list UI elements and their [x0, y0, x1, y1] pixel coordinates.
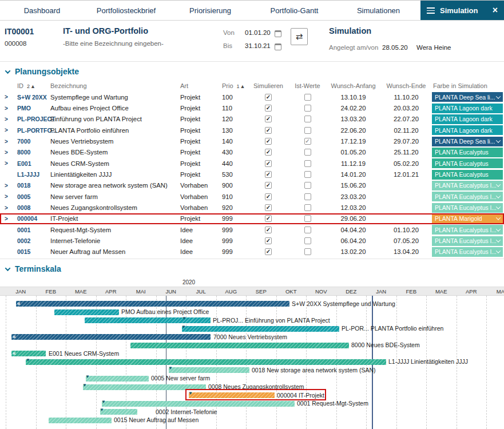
expand-arrow[interactable]: >: [5, 116, 17, 122]
simulieren-checkbox[interactable]: ✓: [265, 215, 272, 222]
gantt-bar-e001-neues-crm-system[interactable]: «: [11, 351, 46, 356]
nav-tab-dashboard[interactable]: Dashboard: [0, 1, 84, 20]
table-row-pmo[interactable]: >PMOAufbau eines Project OfficeProjekt11…: [0, 102, 504, 113]
farbe-dropdown[interactable]: PLANTA Eucalyptus l...: [432, 203, 503, 213]
simulieren-checkbox[interactable]: ✓: [265, 204, 272, 211]
farbe-dropdown[interactable]: PLANTA Eucalyptus l...: [432, 247, 503, 257]
expand-arrow[interactable]: >: [5, 127, 17, 133]
expand-arrow[interactable]: >: [5, 216, 17, 222]
farbe-dropdown[interactable]: PLANTA Eucalyptus l...: [432, 192, 503, 201]
nav-tab-portfolio-gantt[interactable]: Portfolio-Gantt: [252, 1, 336, 20]
farbe-dropdown[interactable]: PLANTA Lagoon dark: [432, 104, 503, 113]
simulieren-checkbox[interactable]: ✓: [265, 105, 272, 112]
table-row-0018[interactable]: >0018New storage area network system (SA…: [0, 180, 504, 191]
table-row-0002[interactable]: 0002Internet-TelefonieIdee999✓06.04.2007…: [0, 235, 504, 246]
col-simulieren[interactable]: Simulieren: [248, 82, 289, 89]
farbe-dropdown[interactable]: PLANTA Eucalyptus: [432, 158, 503, 168]
expand-arrow[interactable]: >: [5, 94, 17, 100]
nav-tab-priorisierung[interactable]: Priorisierung: [168, 1, 252, 20]
nav-tab-portfoliosteckbrief[interactable]: Portfoliosteckbrief: [84, 1, 168, 20]
istwerte-checkbox[interactable]: [304, 171, 311, 178]
istwerte-checkbox[interactable]: [304, 248, 311, 255]
col-art[interactable]: Art: [180, 82, 222, 89]
farbe-dropdown[interactable]: PLANTA Lagoon dark: [432, 114, 503, 124]
collapse-chevron-icon[interactable]: [5, 265, 11, 271]
simulieren-checkbox[interactable]: ✓: [265, 171, 272, 178]
simulieren-checkbox[interactable]: ✓: [265, 182, 272, 189]
table-row-7000[interactable]: >7000Neues VertriebsystemProjekt140✓✓17.…: [0, 136, 504, 146]
simulieren-checkbox[interactable]: ✓: [265, 127, 272, 134]
nav-tab-simulationen[interactable]: Simulationen: [336, 1, 420, 20]
simulieren-checkbox[interactable]: ✓: [265, 138, 272, 145]
farbe-dropdown[interactable]: PLANTA Marigold: [432, 214, 503, 224]
gantt-bar-0002-internet-telefonie[interactable]: [100, 409, 137, 415]
istwerte-checkbox[interactable]: [304, 116, 311, 122]
istwerte-checkbox[interactable]: [304, 149, 311, 156]
calendar-icon-bis[interactable]: [275, 43, 281, 50]
gantt-bar-pl-por-planta-portfolio-einf-hren[interactable]: [182, 326, 339, 332]
farbe-dropdown[interactable]: PLANTA Deep Sea li...: [432, 137, 503, 146]
expand-arrow[interactable]: >: [5, 160, 17, 166]
table-row-pl-portfo[interactable]: >PL-PORTFO...PLANTA Portfolio einführenP…: [0, 125, 504, 136]
simulieren-checkbox[interactable]: ✓: [265, 193, 272, 200]
farbe-dropdown[interactable]: PLANTA Deep Sea li...: [432, 92, 503, 102]
col-wunsch-anfang[interactable]: Wunsch-Anfang: [326, 82, 380, 89]
istwerte-checkbox[interactable]: [304, 105, 311, 112]
istwerte-checkbox[interactable]: [304, 237, 311, 244]
gantt-bar-s-w-20xx-systempflege-und-wartung[interactable]: «: [16, 301, 289, 307]
col-id[interactable]: ID2▲: [17, 82, 50, 89]
von-value[interactable]: 01.01.20: [245, 29, 271, 36]
farbe-dropdown[interactable]: PLANTA Eucalyptus l...: [432, 181, 503, 190]
table-row-0008[interactable]: >0008Neues ZugangskontrollsystemVorhaben…: [0, 202, 504, 213]
istwerte-checkbox[interactable]: [304, 160, 311, 167]
istwerte-checkbox[interactable]: ✓: [304, 138, 311, 145]
bis-value[interactable]: 31.10.21: [245, 42, 271, 49]
expand-arrow[interactable]: >: [5, 193, 17, 200]
istwerte-checkbox[interactable]: [304, 215, 311, 222]
farbe-dropdown[interactable]: PLANTA Eucalyptus: [432, 170, 503, 180]
simulieren-checkbox[interactable]: ✓: [265, 149, 272, 156]
col-ist-werte[interactable]: Ist-Werte: [289, 82, 326, 89]
calendar-icon-von[interactable]: [275, 30, 281, 37]
simulieren-checkbox[interactable]: ✓: [265, 227, 272, 233]
expand-arrow[interactable]: >: [5, 138, 17, 145]
expand-arrow[interactable]: >: [5, 205, 17, 211]
table-row-0005[interactable]: >0005New server farmVorhaben910✓23.03.20…: [0, 191, 504, 202]
table-row-s-w-20xx[interactable]: >S+W 20XXSystempflege und WartungProjekt…: [0, 92, 504, 102]
collapse-chevron-icon[interactable]: [5, 68, 11, 74]
active-tab-simulation[interactable]: Simulation ×: [420, 1, 504, 20]
table-row-0001[interactable]: 0001Request-Mgt-SystemIdee999✓04.04.2001…: [0, 224, 504, 235]
col-prio[interactable]: Prio1▲: [222, 82, 248, 89]
gantt-bar-pl-proj-einf-hrung-von-planta-project[interactable]: [85, 317, 211, 323]
gantt-bar-pmo-aufbau-eines-project-office[interactable]: [54, 309, 119, 315]
simulieren-checkbox[interactable]: ✓: [265, 248, 272, 255]
col-farbe-in-simulation[interactable]: Farbe in Simulation: [432, 82, 503, 89]
gantt-bar-l1-jjjj-linient-tigkeiten-jjjj[interactable]: [26, 359, 386, 365]
expand-arrow[interactable]: >: [5, 105, 17, 112]
table-row-l1-jjjj[interactable]: L1-JJJJLinientätigkeiten JJJJProjekt530✓…: [0, 169, 504, 180]
istwerte-checkbox[interactable]: [304, 94, 311, 101]
expand-arrow[interactable]: >: [5, 182, 17, 189]
simulieren-checkbox[interactable]: ✓: [265, 116, 272, 122]
close-icon[interactable]: ×: [493, 6, 498, 15]
istwerte-checkbox[interactable]: [304, 127, 311, 134]
table-row-0015[interactable]: 0015Neuer Auftrag auf MessenIdee999✓13.0…: [0, 247, 504, 257]
simulieren-checkbox[interactable]: ✓: [265, 160, 272, 167]
expand-arrow[interactable]: >: [5, 149, 17, 156]
gantt-bar-0018-new-storage-area-network-system-san[interactable]: [169, 367, 249, 373]
istwerte-checkbox[interactable]: [304, 227, 311, 233]
refresh-button[interactable]: ⇄: [291, 28, 308, 45]
farbe-dropdown[interactable]: PLANTA Lagoon dark: [432, 125, 503, 135]
table-row-pl-project[interactable]: >PL-PROJECTEinführung von PLANTA Project…: [0, 114, 504, 125]
istwerte-checkbox[interactable]: [304, 204, 311, 211]
gantt-bar-0015-neuer-auftrag-auf-messen[interactable]: [49, 418, 112, 423]
col-bezeichnung[interactable]: Bezeichnung: [50, 82, 180, 89]
gantt-bar-8000-neues-bde-system[interactable]: [130, 343, 349, 348]
simulieren-checkbox[interactable]: ✓: [265, 94, 272, 101]
simulieren-checkbox[interactable]: ✓: [265, 237, 272, 244]
table-row-8000[interactable]: >8000Neues BDE-SystemProjekt430✓01.05.20…: [0, 147, 504, 158]
menu-icon[interactable]: [427, 7, 435, 14]
table-row-000004[interactable]: >000004IT-ProjektProjekt999✓29.06.20PLAN…: [0, 213, 504, 224]
istwerte-checkbox[interactable]: [304, 193, 311, 200]
gantt-bar-0001-request-mgt-system[interactable]: [102, 401, 295, 407]
